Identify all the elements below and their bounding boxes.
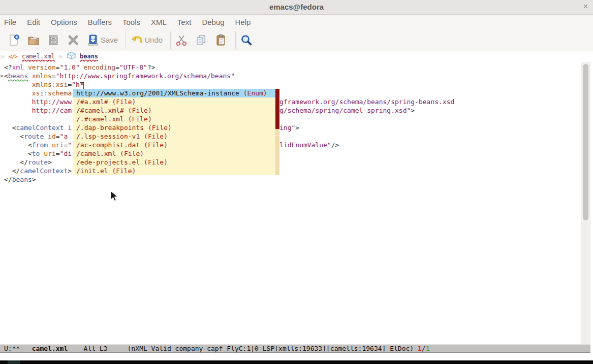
completion-item[interactable]: /.#camel.xml (File) <box>73 115 275 123</box>
window-scrollbar[interactable] <box>581 62 590 344</box>
code-token <box>4 133 20 140</box>
bottom-edge-segment <box>8 360 20 364</box>
window-scrollbar-thumb[interactable] <box>583 64 588 220</box>
code-fragment-right: g/schema/spring/camel-spring.xsd"> <box>279 106 415 115</box>
code-token: > <box>32 176 36 183</box>
code-token: version <box>24 63 56 71</box>
paste-button[interactable] <box>214 34 228 47</box>
completion-annotation: (File) <box>148 124 172 131</box>
code-token <box>4 150 28 157</box>
search-button[interactable] <box>240 34 253 47</box>
menu-item-help[interactable]: Help <box>235 18 257 26</box>
code-token: "1.0" <box>60 63 80 71</box>
search-icon <box>240 34 253 47</box>
code-token: xml <box>12 63 24 71</box>
code-token <box>4 124 12 131</box>
menu-item-buffers[interactable]: Buffers <box>88 18 117 26</box>
save-button[interactable]: Save <box>86 34 118 47</box>
scissors-icon <box>175 34 188 47</box>
code-token: http://www <box>4 98 72 106</box>
modeline-buffer-name: camel.xml <box>32 345 68 352</box>
code-token: = <box>56 150 60 157</box>
dired-button[interactable] <box>47 34 60 47</box>
code-token: route <box>24 133 44 140</box>
completion-item[interactable]: /ac-comphist.dat (File) <box>73 141 275 149</box>
code-token: uri <box>40 150 55 157</box>
popup-scrollbar[interactable] <box>275 89 279 175</box>
code-token: ing" <box>279 124 295 131</box>
mode-line[interactable]: U:**- camel.xml All L3 (nXML Valid compa… <box>0 344 590 353</box>
new-file-icon <box>7 34 20 47</box>
close-window-button[interactable]: × <box>583 2 588 11</box>
undo-arrow-icon <box>130 34 143 47</box>
menu-item-text[interactable]: Text <box>177 18 197 26</box>
text-cursor: " <box>80 82 84 89</box>
code-token: xsi:schema <box>4 89 72 97</box>
tool-bar: SaveUndo <box>0 29 593 51</box>
menu-item-file[interactable]: File <box>4 18 22 26</box>
fringe-indicator-icon: » <box>0 72 4 80</box>
mouse-pointer-icon <box>109 189 119 203</box>
completion-label: /camel.xml <box>76 150 120 157</box>
menu-item-xml[interactable]: XML <box>151 18 172 26</box>
code-token: = <box>56 63 60 71</box>
code-token: beans <box>12 176 32 183</box>
completion-rows: http://www.w3.org/2001/XMLSchema-instanc… <box>73 89 279 175</box>
toolbar-separator <box>126 31 126 49</box>
code-token: = <box>52 72 56 80</box>
code-token: lidEnumValue" <box>279 141 331 149</box>
code-line[interactable]: <?xml version="1.0" encoding="UTF-8"?> <box>0 63 581 72</box>
code-token: camelContext <box>16 124 64 131</box>
breadcrumb-node-name[interactable]: beans <box>80 53 98 60</box>
breadcrumb-chevron-icon: > <box>1 54 4 59</box>
code-fragment-right: lidEnumValue"/> <box>279 141 339 149</box>
menu-item-options[interactable]: Options <box>51 18 83 26</box>
code-token: "a <box>60 133 68 140</box>
open-file-button[interactable] <box>27 34 40 47</box>
code-line[interactable]: </beans> <box>0 175 581 184</box>
code-line[interactable]: »<beans xmlns="http://www.springframewor… <box>0 72 581 80</box>
code-token: </ <box>20 158 28 166</box>
code-token: g/schema/spring/camel-spring.xsd" <box>279 107 411 114</box>
minibuffer[interactable] <box>0 353 593 360</box>
popup-scrollbar-thumb[interactable] <box>275 89 279 129</box>
completion-annotation: (File) <box>144 158 168 166</box>
new-file-button[interactable] <box>7 34 20 47</box>
completion-annotation: (File) <box>120 150 144 157</box>
code-token: < <box>20 133 24 140</box>
completion-item[interactable]: http://www.w3.org/2001/XMLSchema-instanc… <box>73 89 275 97</box>
menu-item-debug[interactable]: Debug <box>202 18 230 26</box>
completion-annotation: (File) <box>112 98 136 106</box>
code-token: = <box>56 133 60 140</box>
menu-item-edit[interactable]: Edit <box>27 18 46 26</box>
code-token: </ <box>4 176 12 183</box>
completion-item[interactable]: /#camel.xml# (File) <box>73 106 275 115</box>
completion-item[interactable]: /.dap-breakpoints (File) <box>73 123 275 132</box>
completion-item[interactable]: /init.el (File) <box>73 167 275 175</box>
code-token: http://cam <box>4 107 72 114</box>
toolbar-separator <box>170 31 171 49</box>
completion-item[interactable]: /ede-projects.el (File) <box>73 158 275 167</box>
code-token <box>4 158 20 166</box>
completion-annotation: (Enum) <box>243 89 267 97</box>
code-token: < <box>4 72 8 80</box>
completion-label: /init.el <box>76 167 112 175</box>
breadcrumb-file-name[interactable]: camel.xml <box>22 53 55 60</box>
bottom-edge <box>0 360 593 364</box>
cut-button[interactable] <box>175 34 188 47</box>
kill-buffer-button[interactable] <box>67 34 80 47</box>
undo-button[interactable]: Undo <box>130 34 163 47</box>
completion-item[interactable]: /#a.xml# (File) <box>73 97 275 106</box>
copy-icon <box>195 34 208 47</box>
code-token: " <box>68 141 72 149</box>
completion-item[interactable]: /camel.xml (File) <box>73 149 275 158</box>
code-token: encoding <box>80 63 115 71</box>
xml-file-icon: </> <box>9 53 17 60</box>
copy-button[interactable] <box>195 34 208 47</box>
completion-item[interactable]: /.lsp-session-v1 (File) <box>73 132 275 141</box>
menu-item-tools[interactable]: Tools <box>122 18 146 26</box>
code-line[interactable]: xmlns:xsi="h" <box>0 80 581 89</box>
window-title: emacs@fedora <box>0 3 593 11</box>
code-token: > <box>295 124 299 131</box>
title-bar: emacs@fedora × <box>0 0 593 15</box>
